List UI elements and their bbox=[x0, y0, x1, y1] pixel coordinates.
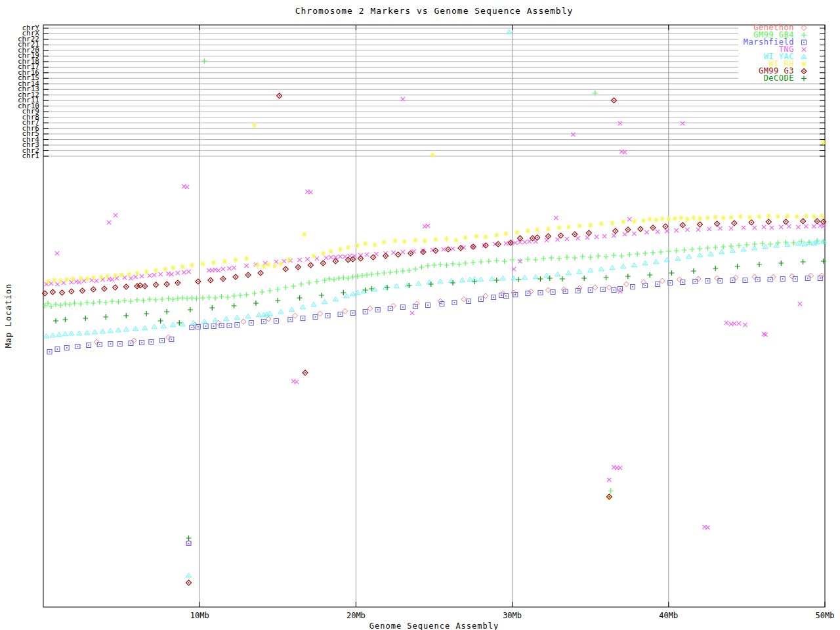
data-point bbox=[56, 332, 62, 336]
series-marshfield bbox=[47, 276, 822, 546]
data-point bbox=[492, 295, 496, 300]
data-point bbox=[663, 224, 668, 229]
data-point bbox=[572, 232, 578, 237]
data-point bbox=[103, 314, 108, 320]
data-point bbox=[814, 219, 820, 224]
chart-canvas: Chromosome 2 Markers vs Genome Sequence … bbox=[0, 0, 840, 630]
data-point bbox=[69, 331, 74, 335]
data-point bbox=[213, 295, 218, 301]
data-point bbox=[224, 316, 229, 320]
data-point bbox=[560, 276, 565, 282]
data-point bbox=[656, 230, 660, 234]
data-point bbox=[164, 309, 169, 314]
data-point bbox=[189, 295, 194, 301]
data-point bbox=[400, 305, 405, 310]
data-point bbox=[707, 227, 711, 231]
data-point bbox=[632, 232, 636, 236]
data-point bbox=[555, 238, 559, 242]
data-point bbox=[631, 285, 635, 289]
data-point bbox=[627, 252, 632, 257]
data-point bbox=[368, 306, 373, 311]
data-point bbox=[232, 293, 237, 299]
data-point bbox=[696, 228, 700, 232]
data-point bbox=[69, 289, 74, 294]
data-point bbox=[113, 285, 118, 290]
data-point bbox=[438, 279, 443, 283]
legend-marker-triangle-dot-icon bbox=[794, 53, 814, 60]
data-point bbox=[660, 216, 665, 221]
data-point bbox=[200, 295, 205, 301]
data-point bbox=[188, 307, 193, 312]
series-wi-rh bbox=[45, 123, 826, 500]
data-point bbox=[555, 272, 560, 276]
data-point bbox=[768, 242, 773, 247]
data-point bbox=[719, 249, 724, 253]
data-point bbox=[369, 272, 374, 277]
data-point bbox=[596, 253, 601, 259]
data-point bbox=[144, 269, 149, 274]
data-point bbox=[537, 276, 543, 282]
data-point bbox=[763, 333, 767, 337]
data-point bbox=[402, 239, 407, 244]
data-point bbox=[324, 256, 328, 260]
data-point bbox=[602, 234, 606, 238]
data-point bbox=[50, 333, 55, 337]
data-point bbox=[166, 296, 171, 301]
data-point bbox=[547, 276, 553, 281]
data-point bbox=[127, 272, 132, 277]
data-point bbox=[778, 261, 784, 266]
data-point bbox=[350, 311, 355, 316]
data-point bbox=[577, 223, 582, 228]
data-point bbox=[672, 216, 677, 221]
data-point bbox=[452, 301, 457, 305]
data-point bbox=[67, 302, 72, 307]
data-point bbox=[274, 319, 278, 324]
data-point bbox=[278, 309, 284, 313]
data-point bbox=[611, 253, 616, 258]
data-point bbox=[618, 287, 622, 291]
data-point bbox=[564, 255, 570, 260]
x-tick-label: 30Mb bbox=[493, 611, 532, 620]
data-point bbox=[194, 296, 199, 301]
data-point bbox=[364, 272, 369, 278]
data-point bbox=[110, 278, 114, 282]
data-point bbox=[175, 296, 180, 301]
data-point bbox=[245, 314, 251, 318]
data-point bbox=[666, 249, 671, 254]
x-tick-label: 20Mb bbox=[336, 611, 375, 620]
data-point bbox=[160, 339, 165, 343]
data-point bbox=[679, 215, 684, 220]
data-point bbox=[249, 321, 253, 326]
data-point bbox=[422, 238, 427, 243]
data-point bbox=[474, 234, 479, 239]
data-point bbox=[438, 262, 443, 267]
data-point bbox=[566, 270, 571, 274]
data-point bbox=[685, 228, 689, 232]
data-point bbox=[618, 121, 622, 125]
data-point bbox=[762, 332, 766, 336]
data-point bbox=[286, 257, 291, 262]
data-point bbox=[171, 322, 176, 326]
data-point bbox=[107, 220, 111, 224]
data-point bbox=[669, 270, 675, 276]
data-point bbox=[787, 224, 791, 228]
data-point bbox=[93, 329, 98, 333]
data-point bbox=[760, 241, 765, 246]
data-point bbox=[408, 251, 413, 256]
data-point bbox=[220, 276, 226, 282]
data-point bbox=[91, 287, 96, 292]
data-point bbox=[227, 266, 231, 270]
legend-item: WI YAC bbox=[722, 53, 814, 60]
data-point bbox=[329, 255, 333, 259]
data-point bbox=[72, 301, 77, 306]
data-point bbox=[238, 293, 243, 298]
data-point bbox=[581, 276, 587, 281]
data-point bbox=[533, 257, 538, 262]
data-point bbox=[463, 261, 468, 266]
data-point bbox=[275, 298, 280, 303]
data-point bbox=[494, 278, 499, 283]
data-point bbox=[365, 253, 369, 257]
data-point bbox=[70, 276, 75, 282]
data-point bbox=[113, 273, 118, 278]
data-point bbox=[180, 295, 185, 301]
